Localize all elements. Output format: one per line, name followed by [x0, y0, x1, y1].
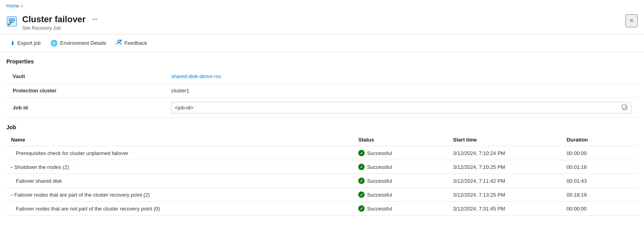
property-row-vault: Vault shared-disk-demo-rsv: [6, 69, 638, 84]
job-row-duration: 00:01:43: [562, 174, 638, 188]
feedback-icon: ?: [116, 39, 122, 47]
job-row-starttime: 3/12/2024, 7:11:42 PM: [448, 174, 562, 188]
job-id-input[interactable]: [175, 105, 618, 111]
copy-job-id-button[interactable]: [621, 104, 628, 111]
job-row-status: Successful: [354, 174, 448, 188]
toolbar: ⬇ Export job 🌐 Environment Details ? Fee…: [0, 34, 644, 52]
job-row-name: Prerequisites check for cluster unplanne…: [6, 146, 354, 160]
property-value-jobid: [165, 98, 638, 118]
page-title: Cluster failover: [22, 14, 86, 25]
page-subtitle: Site Recovery Job: [22, 25, 625, 31]
export-job-button[interactable]: ⬇ Export job: [6, 38, 45, 48]
property-row-jobid: Job id: [6, 98, 638, 118]
job-section: Job Name Status Start time Duration Prer…: [0, 121, 644, 222]
breadcrumb-home-link[interactable]: Home: [6, 3, 19, 9]
export-icon: ⬇: [10, 40, 15, 46]
job-row-name: Failover shared disk: [6, 174, 354, 188]
job-section-title: Job: [6, 124, 638, 130]
svg-point-4: [118, 40, 120, 42]
export-job-label: Export job: [17, 40, 41, 46]
job-row-name-text: Failover nodes that are part of the clus…: [14, 192, 150, 198]
job-row-starttime: 3/12/2024, 7:13:25 PM: [448, 188, 562, 202]
job-row-name-text: Failover shared disk: [16, 178, 62, 184]
col-header-duration: Duration: [562, 134, 638, 146]
feedback-label: Feedback: [124, 40, 147, 46]
success-icon: [358, 178, 365, 184]
job-row-duration: 00:00:00: [562, 146, 638, 160]
success-icon: [358, 205, 365, 212]
job-row-duration: 00:01:16: [562, 160, 638, 174]
feedback-button[interactable]: ? Feedback: [112, 38, 151, 48]
status-label: Successful: [367, 206, 392, 212]
page-header: Cluster failover ··· Site Recovery Job ×: [0, 12, 644, 34]
success-icon: [358, 150, 365, 156]
job-id-field-container: [171, 102, 631, 113]
job-row-name: ›Failover nodes that are part of the clu…: [6, 188, 354, 202]
job-row-duration: 00:00:00: [562, 202, 638, 216]
properties-table: Vault shared-disk-demo-rsv Protection cl…: [6, 69, 638, 118]
table-row: ›Shutdown the nodes (2)Successful3/12/20…: [6, 160, 638, 174]
job-row-starttime: 3/12/2024, 7:10:24 PM: [448, 146, 562, 160]
job-row-name: Failover nodes that are not part of the …: [6, 202, 354, 216]
table-row: ›Failover nodes that are part of the clu…: [6, 188, 638, 202]
status-label: Successful: [367, 164, 392, 170]
breadcrumb-separator: >: [21, 4, 23, 8]
page-title-row: Cluster failover ···: [22, 14, 625, 25]
job-row-starttime: 3/12/2024, 7:10:25 PM: [448, 160, 562, 174]
svg-text:?: ?: [120, 39, 122, 42]
expand-button[interactable]: ›: [9, 166, 15, 168]
status-label: Successful: [367, 192, 392, 198]
job-row-name: ›Shutdown the nodes (2): [6, 160, 354, 174]
job-row-status: Successful: [354, 146, 448, 160]
environment-icon: 🌐: [50, 40, 58, 47]
property-label-vault: Vault: [6, 69, 165, 84]
environment-details-button[interactable]: 🌐 Environment Details: [46, 38, 110, 48]
col-header-status: Status: [354, 134, 448, 146]
properties-title: Properties: [6, 58, 638, 65]
job-row-status: Successful: [354, 188, 448, 202]
expand-button[interactable]: ›: [9, 194, 15, 196]
more-options-button[interactable]: ···: [90, 15, 99, 24]
job-row-status: Successful: [354, 160, 448, 174]
svg-rect-8: [622, 105, 626, 109]
property-label-cluster: Protection cluster: [6, 84, 165, 98]
property-value-vault: shared-disk-demo-rsv: [165, 69, 638, 84]
properties-section: Properties Vault shared-disk-demo-rsv Pr…: [0, 52, 644, 121]
job-row-starttime: 3/12/2024, 7:31:45 PM: [448, 202, 562, 216]
job-row-status: Successful: [354, 202, 448, 216]
header-text-block: Cluster failover ··· Site Recovery Job: [22, 14, 625, 31]
header-icon: [6, 16, 17, 28]
property-value-cluster: cluster1: [165, 84, 638, 98]
job-row-name-text: Prerequisites check for cluster unplanne…: [16, 150, 128, 156]
job-row-name-text: Shutdown the nodes (2): [14, 164, 69, 170]
job-row-name-text: Failover nodes that are not part of the …: [16, 206, 160, 212]
breadcrumb: Home >: [0, 0, 644, 12]
table-row: Prerequisites check for cluster unplanne…: [6, 146, 638, 160]
success-icon: [358, 164, 365, 170]
table-row: Failover nodes that are not part of the …: [6, 202, 638, 216]
success-icon: [358, 191, 365, 198]
property-label-jobid: Job id: [6, 98, 165, 118]
close-button[interactable]: ×: [625, 14, 638, 27]
job-row-duration: 00:18:19: [562, 188, 638, 202]
status-label: Successful: [367, 178, 392, 184]
col-header-name: Name: [6, 134, 354, 146]
table-row: Failover shared diskSuccessful3/12/2024,…: [6, 174, 638, 188]
environment-details-label: Environment Details: [60, 40, 106, 46]
vault-link[interactable]: shared-disk-demo-rsv: [171, 73, 221, 79]
property-row-cluster: Protection cluster cluster1: [6, 84, 638, 98]
status-label: Successful: [367, 150, 392, 156]
job-table: Name Status Start time Duration Prerequi…: [6, 134, 638, 216]
col-header-starttime: Start time: [448, 134, 562, 146]
job-table-header-row: Name Status Start time Duration: [6, 134, 638, 146]
